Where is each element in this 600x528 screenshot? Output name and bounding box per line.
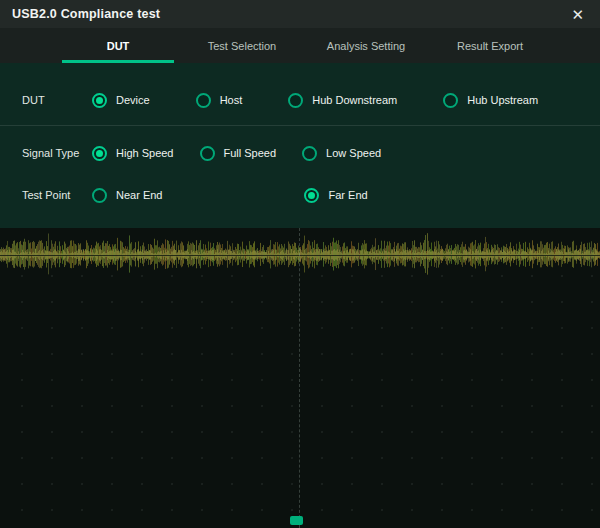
- waveform-trace: [0, 230, 600, 282]
- radio-label: Hub Upstream: [467, 94, 538, 106]
- radio-label: Far End: [328, 189, 367, 201]
- radio-label: Host: [220, 94, 243, 106]
- radio-high-speed[interactable]: High Speed: [92, 146, 174, 161]
- radio-unselected-icon: [92, 188, 107, 203]
- test-point-row-label: Test Point: [22, 189, 92, 201]
- radio-label: Full Speed: [224, 147, 277, 159]
- radio-unselected-icon: [443, 93, 458, 108]
- radio-label: Low Speed: [326, 147, 381, 159]
- dut-row-label: DUT: [22, 94, 92, 106]
- radio-far-end[interactable]: Far End: [304, 188, 367, 203]
- radio-unselected-icon: [196, 93, 211, 108]
- trigger-position-dashed-line: [299, 228, 300, 528]
- radio-host[interactable]: Host: [196, 93, 243, 108]
- signal-type-row: Signal Type High Speed Full Speed Low Sp…: [0, 132, 600, 174]
- radio-near-end[interactable]: Near End: [92, 188, 162, 203]
- section-divider: [0, 125, 600, 126]
- radio-low-speed[interactable]: Low Speed: [302, 146, 381, 161]
- radio-label: High Speed: [116, 147, 174, 159]
- close-icon[interactable]: ✕: [567, 5, 588, 24]
- dut-row: DUT Device Host Hub Downstream Hub Upstr…: [0, 79, 600, 121]
- radio-selected-icon: [304, 188, 319, 203]
- window-title: USB2.0 Compliance test: [12, 7, 160, 21]
- scope-display: [0, 228, 600, 528]
- radio-selected-icon: [92, 146, 107, 161]
- radio-unselected-icon: [288, 93, 303, 108]
- radio-label: Hub Downstream: [312, 94, 397, 106]
- radio-full-speed[interactable]: Full Speed: [200, 146, 277, 161]
- radio-selected-icon: [92, 93, 107, 108]
- dut-settings-panel: DUT Device Host Hub Downstream Hub Upstr…: [0, 63, 600, 228]
- radio-label: Device: [116, 94, 150, 106]
- radio-unselected-icon: [200, 146, 215, 161]
- trigger-position-marker[interactable]: [290, 516, 303, 525]
- radio-hub-downstream[interactable]: Hub Downstream: [288, 93, 397, 108]
- tabbar: DUT Test Selection Analysis Setting Resu…: [0, 28, 600, 63]
- test-point-row: Test Point Near End Far End: [0, 174, 600, 216]
- tab-result-export[interactable]: Result Export: [430, 28, 550, 63]
- radio-unselected-icon: [302, 146, 317, 161]
- titlebar: USB2.0 Compliance test ✕: [0, 0, 600, 28]
- radio-device[interactable]: Device: [92, 93, 150, 108]
- tab-dut[interactable]: DUT: [58, 28, 178, 63]
- usb-compliance-dialog: USB2.0 Compliance test ✕ DUT Test Select…: [0, 0, 600, 528]
- signal-type-row-label: Signal Type: [22, 147, 92, 159]
- tab-analysis-setting[interactable]: Analysis Setting: [306, 28, 426, 63]
- radio-label: Near End: [116, 189, 162, 201]
- radio-hub-upstream[interactable]: Hub Upstream: [443, 93, 538, 108]
- tab-test-selection[interactable]: Test Selection: [182, 28, 302, 63]
